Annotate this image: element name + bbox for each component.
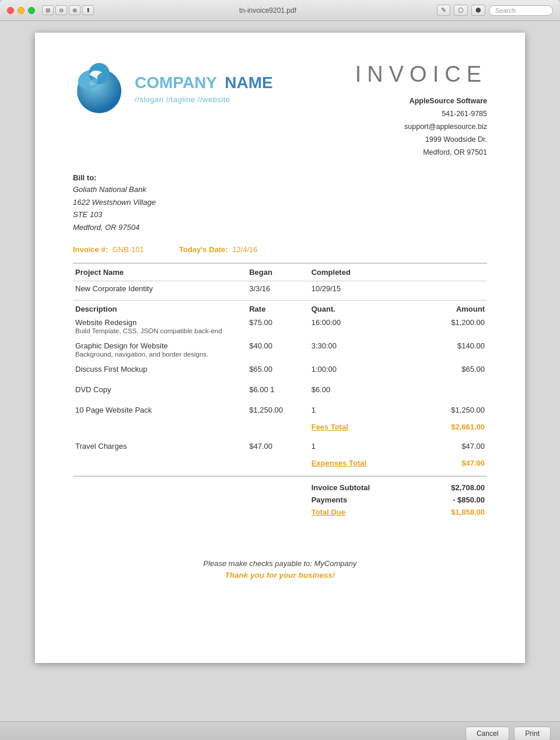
- line-item-2: Graphic Design for Website $40.00 3:30:0…: [73, 339, 487, 351]
- line-item-1-sub: Build Template, CSS, JSON compatible bac…: [73, 327, 487, 339]
- subtotal-amount: $2,708.00: [425, 481, 487, 494]
- began-header: Began: [247, 263, 309, 281]
- item2-amount: $140.00: [425, 339, 487, 351]
- item3-quantity: 1:00:00: [309, 362, 425, 378]
- invoice-header: COMPANY NAME //slogan //tagline //websit…: [73, 62, 487, 159]
- fees-total-row: Fees Total $2,661.00: [73, 419, 487, 435]
- print-button[interactable]: Print: [514, 727, 551, 740]
- item2-subdesc: Background, navigation, and border desig…: [73, 351, 487, 362]
- item1-amount: $1,200.00: [425, 316, 487, 327]
- edit-button[interactable]: ✎: [437, 5, 450, 16]
- quantity-header: Quant.: [309, 301, 425, 316]
- window-title: tn-invoice9201.pdf: [99, 6, 437, 15]
- bill-to-address1: 1622 Westshown Village: [73, 196, 487, 208]
- line-item-3: Discuss First Mockup $65.00 1:00:00 $65.…: [73, 362, 487, 378]
- toolbar-right: ✎ ⬡ ⬢ Search: [437, 5, 553, 16]
- sender-address2: Medford, OR 97501: [355, 146, 487, 159]
- maximize-button[interactable]: [28, 7, 35, 14]
- project-value-row: New Corporate Identity 3/3/16 10/29/15: [73, 281, 487, 301]
- bottom-bar: Cancel Print: [0, 721, 560, 740]
- zoom-in-button[interactable]: ⊕: [69, 5, 80, 15]
- item3-rate: $65.00: [247, 362, 309, 378]
- invoice-date-value: 12/4/16: [232, 245, 257, 254]
- fees-total-amount: $2,661.00: [425, 419, 487, 435]
- sender-email: support@applesource.biz: [355, 121, 487, 134]
- item5-amount: $1,250.00: [425, 403, 487, 419]
- completed-header: Completed: [309, 263, 425, 281]
- invoice-number-label: Invoice #:: [73, 245, 108, 254]
- total-due-amount: $1,858.00: [425, 506, 487, 518]
- fees-total-label: Fees Total: [309, 419, 425, 435]
- item4-quantity: $6.00: [309, 383, 425, 399]
- share-button[interactable]: ⬡: [454, 5, 468, 16]
- item1-subdesc: Build Template, CSS, JSON compatible bac…: [73, 327, 487, 339]
- summary-table: Invoice Subtotal $2,708.00 Payments - $8…: [73, 481, 487, 518]
- rate-header: Rate: [247, 301, 309, 316]
- invoice-right: INVOICE AppleSource Software 541-261-978…: [355, 62, 487, 159]
- window-chrome: ⊞ ⊖ ⊕ ⬆ tn-invoice9201.pdf ✎ ⬡ ⬢ Search: [0, 0, 560, 21]
- expenses-total-amount: $47.00: [425, 455, 487, 471]
- payments-label: Payments: [309, 494, 425, 506]
- amount-spacer-header: [425, 263, 487, 281]
- footer-section: Please make checks payable to: MyCompany…: [73, 559, 487, 580]
- total-due-empty2: [247, 506, 309, 518]
- fees-total-empty2: [247, 419, 309, 435]
- subtotal-empty2: [247, 481, 309, 494]
- expense1-quantity: 1: [309, 439, 425, 455]
- payments-empty2: [247, 494, 309, 506]
- bill-to-section: Bill to: Goliath National Bank 1622 West…: [73, 173, 487, 233]
- item4-description: DVD Copy: [73, 383, 247, 399]
- expenses-total-empty1: [73, 455, 247, 471]
- fees-total-empty1: [73, 419, 247, 435]
- item3-amount: $65.00: [425, 362, 487, 378]
- zoom-out-button[interactable]: ⊖: [55, 5, 67, 15]
- payments-row: Payments - $850.00: [73, 494, 487, 506]
- company-name: COMPANY NAME: [135, 74, 273, 92]
- line-item-1: Website Redesign $75.00 16:00:00 $1,200.…: [73, 316, 487, 327]
- expense1-description: Travel Charges: [73, 439, 247, 455]
- spacer-row-2: [73, 399, 487, 403]
- invoice-table: Project Name Began Completed New Corpora…: [73, 263, 487, 471]
- view-toggle-button[interactable]: ⊞: [42, 5, 54, 15]
- description-header: Description: [73, 301, 247, 316]
- sender-address1: 1999 Woodside Dr.: [355, 134, 487, 146]
- line-item-2-sub: Background, navigation, and border desig…: [73, 351, 487, 362]
- cancel-button[interactable]: Cancel: [466, 727, 509, 740]
- sender-phone: 541-261-9785: [355, 108, 487, 121]
- invoice-number-value: GNB-101: [113, 245, 144, 254]
- bill-to-address: Goliath National Bank 1622 Westshown Vil…: [73, 183, 487, 233]
- project-amount-spacer: [425, 281, 487, 301]
- search-box[interactable]: Search: [489, 5, 553, 16]
- expense1-rate: $47.00: [247, 439, 309, 455]
- pdf-document: COMPANY NAME //slogan //tagline //websit…: [35, 33, 525, 663]
- project-name-header: Project Name: [73, 263, 247, 281]
- invoice-number-meta: Invoice #: GNB-101: [73, 245, 144, 254]
- item1-quantity: 16:00:00: [309, 316, 425, 327]
- item1-rate: $75.00: [247, 316, 309, 327]
- company-slogan: //slogan //tagline //website: [135, 95, 273, 104]
- payments-empty: [73, 494, 247, 506]
- items-header-row: Description Rate Quant. Amount: [73, 301, 487, 316]
- item5-rate: $1,250.00: [247, 403, 309, 419]
- amount-header: Amount: [425, 301, 487, 316]
- project-header-row: Project Name Began Completed: [73, 263, 487, 281]
- invoice-date-label: Today's Date:: [179, 245, 228, 254]
- spacer-row-3: [73, 435, 487, 439]
- company-logo: [73, 62, 125, 116]
- close-button[interactable]: [7, 7, 14, 14]
- item5-quantity: 1: [309, 403, 425, 419]
- total-due-empty: [73, 506, 247, 518]
- spacer-row-1: [73, 378, 487, 383]
- upload-button[interactable]: ⬆: [82, 5, 94, 15]
- company-name-section: COMPANY NAME //slogan //tagline //websit…: [135, 74, 273, 104]
- bill-to-company: Goliath National Bank: [73, 183, 487, 196]
- payable-note: Please make checks payable to: MyCompany: [73, 559, 487, 568]
- invoice-meta: Invoice #: GNB-101 Today's Date: 12/4/16: [73, 245, 487, 254]
- item1-description: Website Redesign: [73, 316, 247, 327]
- expense-item-1: Travel Charges $47.00 1 $47.00: [73, 439, 487, 455]
- sender-info: AppleSource Software 541-261-9785 suppor…: [355, 95, 487, 159]
- print-toolbar-button[interactable]: ⬢: [471, 5, 485, 16]
- item4-amount: [425, 383, 487, 399]
- project-completed-value: 10/29/15: [309, 281, 425, 301]
- minimize-button[interactable]: [18, 7, 24, 14]
